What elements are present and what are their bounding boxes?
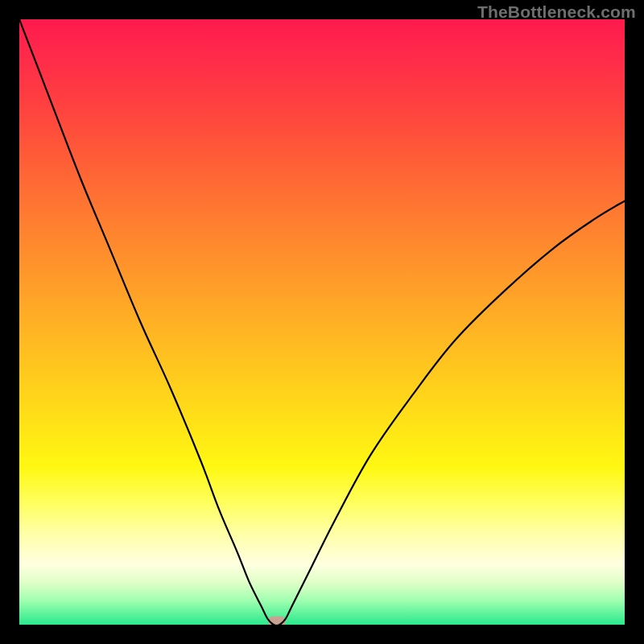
chart-frame: TheBottleneck.com <box>0 0 644 644</box>
watermark-text: TheBottleneck.com <box>477 2 636 22</box>
plot-area <box>19 19 625 625</box>
bottleneck-curve <box>19 19 625 625</box>
